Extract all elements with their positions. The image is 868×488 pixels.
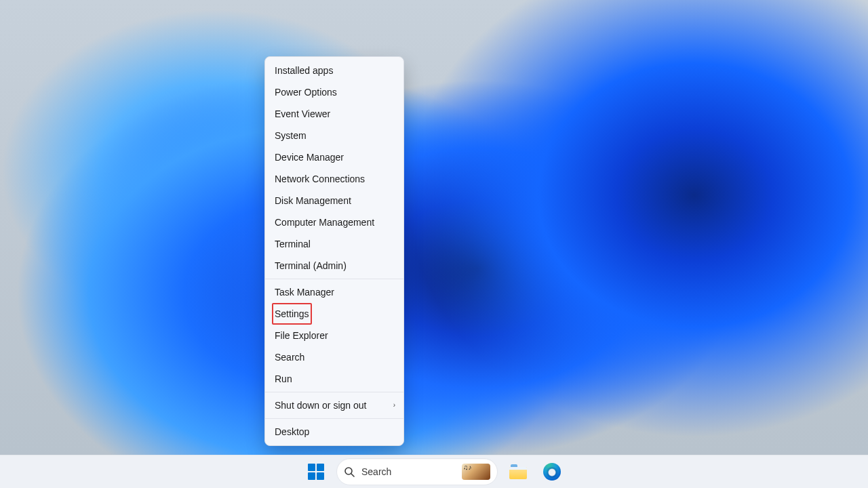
winx-item-installed-apps[interactable]: Installed apps [265,60,403,81]
winx-item-search[interactable]: Search [265,346,403,368]
search-icon [344,466,355,477]
winx-item-network-connections[interactable]: Network Connections [265,168,403,190]
winx-item-power-options[interactable]: Power Options [265,81,403,103]
file-explorer-icon [509,464,527,479]
menu-separator [265,392,403,392]
winx-item-file-explorer[interactable]: File Explorer [265,325,403,346]
winx-item-label: System [275,130,307,141]
taskbar-search-label: Search [361,466,455,477]
search-highlight-thumb[interactable]: ♫♪ [462,464,490,480]
winx-item-label: Task Manager [275,287,334,298]
winx-item-label: Disk Management [275,195,351,206]
winx-item-shut-down-or-sign-out[interactable]: Shut down or sign out› [265,394,403,416]
winx-item-run[interactable]: Run [265,368,403,390]
winx-item-settings[interactable]: Settings [265,303,403,325]
menu-separator [265,279,403,279]
start-context-menu: Installed appsPower OptionsEvent ViewerS… [264,56,404,446]
taskbar-search[interactable]: Search ♫♪ [336,458,498,485]
taskbar-file-explorer[interactable] [505,458,532,485]
menu-separator [265,418,403,419]
winx-item-label: Terminal [275,239,311,249]
winx-item-label: File Explorer [275,330,328,341]
winx-item-label: Computer Management [275,217,374,228]
winx-item-label: Search [275,352,304,363]
music-note-icon: ♫♪ [463,464,472,471]
desktop-wallpaper[interactable] [0,0,868,488]
start-button[interactable] [302,458,330,485]
edge-icon [543,463,561,481]
winx-item-event-viewer[interactable]: Event Viewer [265,103,403,125]
winx-item-device-manager[interactable]: Device Manager [265,146,403,168]
winx-item-system[interactable]: System [265,125,403,146]
chevron-right-icon: › [393,394,395,416]
windows-logo-icon [308,464,324,480]
winx-item-label: Run [275,373,292,384]
winx-item-terminal[interactable]: Terminal [265,233,403,255]
winx-item-label: Power Options [275,87,337,98]
winx-item-label: Installed apps [275,65,333,76]
winx-item-label: Desktop [275,426,309,437]
svg-line-1 [351,474,354,476]
winx-item-label: Settings [272,303,312,325]
winx-item-label: Network Connections [275,174,365,184]
winx-item-disk-management[interactable]: Disk Management [265,190,403,211]
winx-item-computer-management[interactable]: Computer Management [265,211,403,233]
taskbar: Search ♫♪ [0,455,868,488]
winx-item-terminal-admin[interactable]: Terminal (Admin) [265,255,403,277]
winx-item-task-manager[interactable]: Task Manager [265,281,403,303]
winx-item-label: Event Viewer [275,108,330,119]
taskbar-edge[interactable] [538,458,566,485]
winx-item-desktop[interactable]: Desktop [265,421,403,443]
winx-item-label: Shut down or sign out [275,400,366,411]
winx-item-label: Device Manager [275,152,344,163]
winx-item-label: Terminal (Admin) [275,260,347,271]
